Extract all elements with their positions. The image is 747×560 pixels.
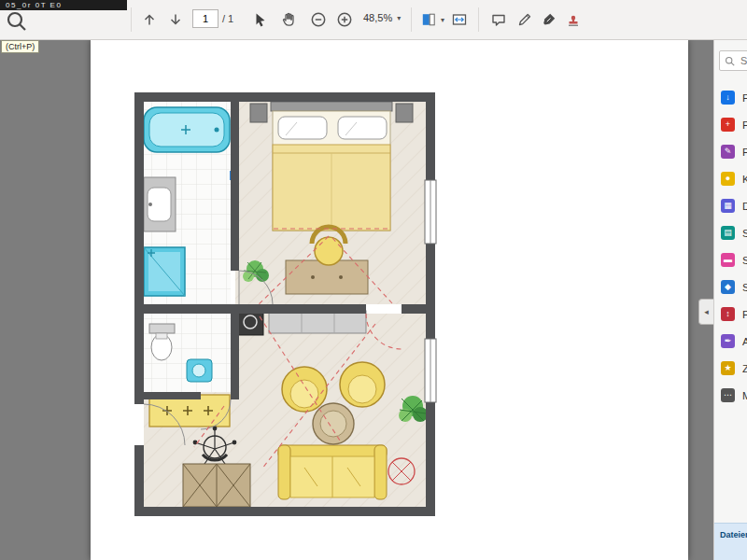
- cabinet: [183, 464, 250, 507]
- tool-create-pdf[interactable]: + PDF erstellen: [714, 111, 747, 138]
- toolbar-separator: [478, 7, 479, 32]
- tool-protect[interactable]: ◆ Schützen: [714, 273, 747, 301]
- tool-fill-sign[interactable]: ✒ Ausfüllen und unterschreiben: [714, 328, 747, 355]
- compress-pdf-icon: ↕: [721, 307, 735, 321]
- tools-search-box[interactable]: [719, 50, 747, 71]
- chevron-down-icon: ▾: [397, 14, 401, 22]
- pencil-icon: [516, 11, 533, 28]
- tool-label: PDF bearbeiten: [742, 147, 747, 158]
- organize-pages-icon: ▤: [721, 226, 735, 240]
- tool-label: Schützen: [742, 282, 747, 293]
- bed: [250, 102, 413, 231]
- protect-icon: ◆: [721, 280, 735, 294]
- speech-bubble-icon: [490, 11, 507, 28]
- floor-plan: [121, 79, 458, 527]
- tool-label: Schwärzen: [742, 255, 747, 266]
- tool-label: Mehr Werkzeuge: [742, 390, 747, 401]
- search-icon: [725, 56, 735, 66]
- tool-redact[interactable]: ▬ Schwärzen: [714, 246, 747, 273]
- pencil-tool-button[interactable]: [514, 8, 536, 31]
- minus-circle-icon: [310, 11, 327, 28]
- sign-tool-button[interactable]: [538, 8, 560, 31]
- page-display-dropdown[interactable]: [417, 8, 440, 31]
- tools-panel: ↓ PDF exportieren + PDF erstellen ✎ PDF …: [713, 39, 747, 560]
- hand-tool-button[interactable]: [276, 8, 299, 31]
- comment-tool-button[interactable]: [487, 8, 510, 31]
- tool-more-tools[interactable]: ⋯ Mehr Werkzeuge: [714, 382, 747, 409]
- tool-label: Zertifikate: [742, 363, 747, 374]
- fit-width-icon: [451, 11, 468, 28]
- wc-basin: [187, 359, 212, 382]
- find-button[interactable]: [4, 8, 30, 35]
- tool-comment[interactable]: ● Kommentieren: [714, 165, 747, 192]
- tool-label: Seiten verwalten: [742, 228, 747, 239]
- window-title-fragment: 05_0r 0T E0: [0, 0, 127, 10]
- tool-compress-pdf[interactable]: ↕ PDF komprimieren: [714, 301, 747, 328]
- panel-collapse-button[interactable]: ◂: [698, 299, 713, 325]
- arrow-down-icon: [167, 11, 184, 28]
- more-tools-icon: ⋯: [721, 388, 735, 402]
- tool-certificates[interactable]: ★ Zertifikate: [714, 355, 747, 382]
- tool-label: PDF erstellen: [742, 119, 747, 131]
- tool-label: Dateien zusammenführen: [742, 201, 747, 212]
- page-total-label: / 1: [222, 13, 233, 24]
- select-tool-button[interactable]: [248, 8, 271, 31]
- edit-pdf-icon: ✎: [721, 145, 735, 159]
- tool-edit-pdf[interactable]: ✎ PDF bearbeiten: [714, 138, 747, 165]
- zoom-out-button[interactable]: [307, 8, 330, 31]
- certificates-icon: ★: [721, 361, 735, 375]
- bathtub: [144, 107, 230, 152]
- zoom-in-button[interactable]: [333, 8, 356, 31]
- fit-width-button[interactable]: [448, 8, 471, 31]
- search-icon: [5, 9, 29, 34]
- combine-files-icon: ▦: [721, 199, 735, 213]
- arrow-up-icon: [141, 11, 158, 28]
- comment-icon: ●: [721, 172, 735, 186]
- zoom-level-dropdown[interactable]: 48,5% ▾: [363, 12, 401, 23]
- tool-label: PDF exportieren: [742, 92, 747, 104]
- tool-combine-files[interactable]: ▦ Dateien zusammenführen: [714, 192, 747, 219]
- document-canvas[interactable]: [0, 39, 713, 560]
- page-display-icon: [420, 11, 437, 28]
- plus-circle-icon: [336, 11, 353, 28]
- create-pdf-icon: +: [721, 118, 735, 132]
- coffee-table: [313, 403, 354, 444]
- armchair-left: [282, 367, 327, 412]
- cloud-banner[interactable]: Dateien in: [714, 523, 747, 560]
- export-pdf-icon: ↓: [721, 91, 735, 105]
- tooltip: (Ctrl+P): [1, 40, 39, 53]
- pdf-page[interactable]: [91, 39, 688, 560]
- stamp-icon: [565, 11, 582, 28]
- tool-label: PDF komprimieren: [742, 309, 747, 320]
- tool-organize-pages[interactable]: ▤ Seiten verwalten: [714, 219, 747, 246]
- hand-icon: [279, 11, 296, 28]
- kitchen-counter: [149, 395, 230, 427]
- stamp-tool-button[interactable]: [562, 8, 585, 31]
- tool-label: Ausfüllen und unterschreiben: [742, 336, 747, 347]
- toolbar-separator: [131, 7, 132, 32]
- toolbar-separator: [411, 7, 412, 32]
- redact-icon: ▬: [721, 253, 735, 267]
- page-number-input[interactable]: [192, 9, 218, 28]
- zoom-level-value: 48,5%: [363, 12, 392, 23]
- tool-label: Kommentieren: [742, 174, 747, 185]
- pen-nib-icon: [541, 11, 557, 28]
- shower: [144, 247, 185, 296]
- tool-export-pdf[interactable]: ↓ PDF exportieren: [714, 84, 747, 111]
- chevron-down-icon: ▾: [441, 16, 444, 24]
- sofa: [278, 445, 387, 499]
- fill-sign-icon: ✒: [721, 334, 735, 348]
- bathroom-vanity: [144, 177, 176, 231]
- page-up-button[interactable]: [138, 8, 161, 31]
- page-down-button[interactable]: [164, 8, 187, 31]
- chevron-left-icon: ◂: [704, 307, 709, 316]
- tools-search-input[interactable]: [739, 54, 747, 67]
- armchair-right: [340, 362, 385, 407]
- cursor-icon: [251, 11, 268, 28]
- tools-list: ↓ PDF exportieren + PDF erstellen ✎ PDF …: [714, 78, 747, 409]
